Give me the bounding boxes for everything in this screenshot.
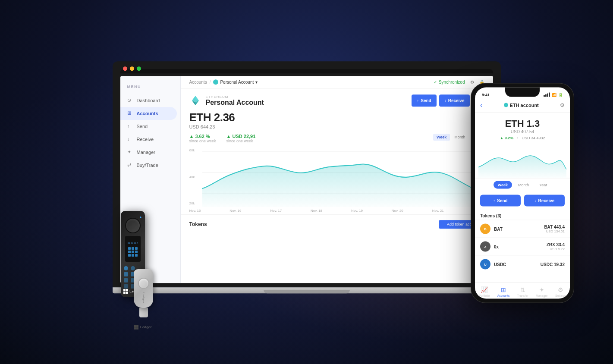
sidebar-label-dashboard: Dashboard — [137, 98, 160, 103]
phone-nav-accounts[interactable]: ⊞ Accounts — [497, 286, 510, 297]
accounts-nav-icon: ⊞ — [501, 286, 506, 293]
settings-nav-label: Settings — [555, 294, 566, 297]
phone-settings-icon[interactable]: ⚙ — [560, 102, 565, 108]
sync-check-icon: ✓ — [434, 80, 437, 85]
phone-frame: 9:41 📶 🔋 ‹ — [471, 83, 574, 303]
account-title-group: ETHEREUM Personal Account — [189, 94, 264, 107]
phone-period-year[interactable]: Year — [535, 181, 551, 189]
phone-period-row: Week Month Year — [475, 178, 570, 191]
x-label-nov21: Nov. 21 — [432, 209, 444, 213]
app-main: Accounts / Personal Account ▾ — [181, 76, 493, 283]
token-usdc-left: U USDC — [480, 259, 506, 270]
main-container: MENU ⊙ Dashboard ⊞ Accounts ↑ Send — [0, 0, 613, 364]
portfolio-nav-label: Portfolio — [479, 294, 490, 297]
x-label-nov18: Nov. 18 — [311, 209, 322, 213]
phone-nav-manager[interactable]: ✦ Manager — [536, 286, 548, 297]
tokens-section: Tokens + Add token account — [181, 214, 493, 234]
phone-token-zrx[interactable]: Z 0x ZRX 33.4 USD 9.72 — [475, 238, 570, 255]
ledger-key-brand-text: Ledger — [140, 325, 152, 329]
sidebar-item-manager[interactable]: ✦ Manager — [120, 146, 177, 159]
phone-nav-settings[interactable]: ⚙ Settings — [555, 286, 566, 297]
receive-icon: ↓ — [127, 136, 133, 142]
traffic-light-green[interactable] — [137, 66, 141, 71]
phone-chart-area — [475, 144, 570, 178]
chevron-down-icon: ▾ — [255, 80, 258, 85]
breadcrumb-account-name[interactable]: Personal Account — [220, 80, 254, 85]
send-arrow-icon: ↑ — [417, 98, 419, 103]
sidebar-item-buytrade[interactable]: ⇄ Buy/Trade — [120, 159, 177, 172]
token-usdc-amount: USDC 19.32 — [541, 262, 565, 267]
phone-receive-button[interactable]: ↓ Receive — [524, 195, 565, 207]
send-button[interactable]: ↑ Send — [412, 94, 436, 107]
balance-eth: ETH 2.36 — [189, 111, 484, 124]
account-name: Personal Account — [206, 99, 264, 107]
send-button-label: Send — [421, 98, 431, 103]
phone-notch — [505, 88, 540, 97]
chart-x-labels: Nov. 15 Nov. 16 Nov. 17 Nov. 18 Nov. 19 … — [181, 207, 493, 214]
sync-badge: ✓ Synchronized — [434, 80, 465, 85]
stat-pct: ▲ 3.62 % since one week — [189, 134, 216, 143]
phone-balance-section: ETH 1.3 USD 407.54 ▲ 9.2% • USD 34.4932 — [475, 113, 570, 144]
buytrade-icon: ⇄ — [127, 162, 133, 168]
phone-time: 9:41 — [482, 93, 490, 97]
tokens-label: Tokens — [189, 221, 207, 227]
period-week-button[interactable]: Week — [433, 134, 450, 141]
sidebar-label-accounts: Accounts — [137, 111, 158, 116]
phone-action-row: ↑ Send ↓ Receive — [475, 191, 570, 210]
ethereum-logo — [189, 94, 201, 107]
phone-nav-portfolio[interactable]: 📈 Portfolio — [479, 286, 490, 297]
battery-icon: 🔋 — [558, 93, 563, 97]
manager-nav-icon: ✦ — [539, 286, 544, 293]
phone-wrapper: 9:41 📶 🔋 ‹ — [471, 83, 574, 303]
phone-send-button[interactable]: ↑ Send — [480, 195, 521, 207]
chart-stats: ▲ 3.62 % since one week ▲ USD 22,91 sinc… — [189, 134, 256, 143]
sidebar-item-receive[interactable]: ↓ Receive — [120, 133, 177, 146]
phone-period-week[interactable]: Week — [494, 181, 512, 189]
phone-stat-usd: USD 34.4932 — [522, 136, 545, 140]
breadcrumb-accounts[interactable]: Accounts — [189, 80, 207, 85]
device-top-button[interactable] — [125, 218, 141, 233]
y-label-20k: 20k — [189, 201, 195, 205]
laptop-screen: MENU ⊙ Dashboard ⊞ Accounts ↑ Send — [120, 76, 493, 283]
phone-account-title: ETH account — [510, 103, 539, 108]
chart-area: 60k 40k 20k — [181, 147, 493, 207]
sidebar-item-send[interactable]: ↑ Send — [120, 120, 177, 133]
phone-send-label: Send — [497, 198, 507, 203]
sidebar-label-buytrade: Buy/Trade — [137, 163, 158, 168]
key-usb-connector — [139, 308, 148, 317]
receive-arrow-icon: ↓ — [444, 98, 446, 103]
token-usdc-right: USDC 19.32 — [541, 262, 565, 267]
phone-stat-separator: • — [517, 136, 518, 140]
manager-nav-label: Manager — [536, 294, 548, 297]
phone-period-month[interactable]: Month — [514, 181, 533, 189]
phone-send-icon: ↑ — [493, 198, 495, 203]
balance-section: ETH 2.36 USD 644.23 — [181, 111, 493, 134]
sidebar-item-accounts[interactable]: ⊞ Accounts — [120, 107, 177, 120]
laptop-base — [113, 287, 501, 293]
traffic-light-yellow[interactable] — [130, 66, 134, 71]
key-text: Ledger — [142, 292, 145, 304]
phone-tokens-header: Tokens (3) — [475, 210, 570, 220]
traffic-light-red[interactable] — [123, 66, 127, 71]
wifi-icon: 📶 — [552, 93, 556, 97]
stat-usd: ▲ USD 22,91 since one week — [226, 134, 256, 143]
phone-nav: ‹ ETH account ⚙ — [475, 100, 570, 113]
phone-token-bat[interactable]: B BAT BAT 443.4 USD 134.51 — [475, 220, 570, 238]
x-label-nov17: Nov. 17 — [270, 209, 282, 213]
send-icon: ↑ — [127, 123, 133, 129]
phone-screen: 9:41 📶 🔋 ‹ — [475, 88, 570, 299]
sidebar-item-dashboard[interactable]: ⊙ Dashboard — [120, 94, 177, 107]
period-month-button[interactable]: Month — [451, 134, 468, 141]
phone-token-usdc[interactable]: U USDC USDC 19.32 — [475, 255, 570, 273]
phone-back-button[interactable]: ‹ — [480, 101, 482, 109]
phone-stats: ▲ 9.2% • USD 34.4932 — [482, 136, 563, 140]
ethereum-label: ETHEREUM — [206, 95, 264, 99]
dashboard-icon: ⊙ — [127, 97, 133, 104]
breadcrumb-separator: / — [210, 80, 211, 85]
token-usdc-name: USDC — [494, 262, 506, 267]
stat-usd-label: since one week — [226, 139, 256, 143]
phone-nav-transfer[interactable]: ⇅ Transfer — [517, 286, 528, 297]
x-label-nov20: Nov. 20 — [392, 209, 403, 213]
key-button-circle[interactable] — [138, 278, 149, 289]
receive-button[interactable]: ↓ Receive — [439, 94, 470, 107]
